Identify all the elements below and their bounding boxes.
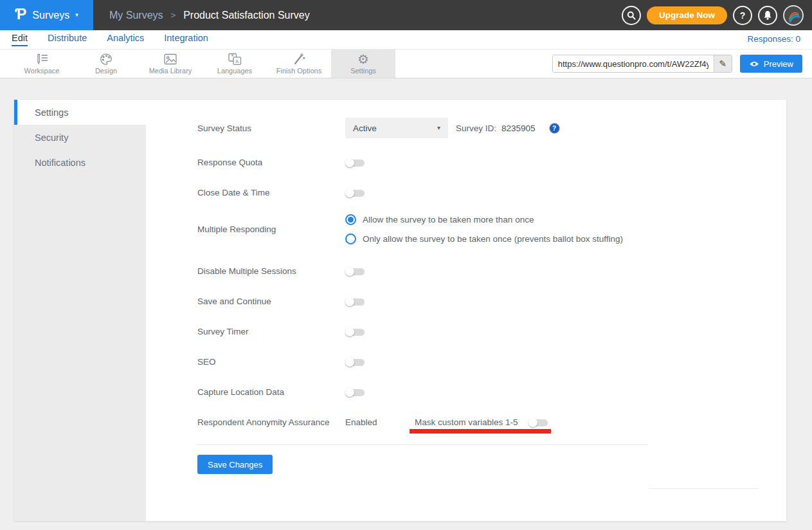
magic-wand-icon [293, 53, 305, 66]
tab-label: Settings [350, 67, 376, 75]
radio-selected-icon [345, 214, 356, 225]
form-divider [197, 444, 648, 445]
tab-settings[interactable]: ⚙ Settings [331, 50, 395, 78]
search-button[interactable] [622, 6, 641, 25]
radio-option-once[interactable]: Only allow the survey to be taken once (… [345, 233, 623, 244]
survey-nav-tabs: Edit Distribute Analytics Integration [12, 33, 208, 46]
svg-text:A: A [235, 59, 239, 64]
questionpro-logo-icon: Ƥ [15, 7, 26, 22]
breadcrumb-survey-title: Product Satisfaction Survey [183, 10, 310, 21]
edit-url-button[interactable]: ✎ [714, 55, 732, 72]
radio-option-label: Allow the survey to be taken more than o… [363, 215, 534, 224]
breadcrumb: My Surveys > Product Satisfaction Survey [109, 10, 310, 21]
tab-distribute[interactable]: Distribute [48, 33, 87, 46]
survey-status-select[interactable]: Active ▾ [345, 118, 448, 138]
help-icon[interactable]: ? [550, 123, 559, 133]
translate-icon: *A [228, 53, 242, 66]
tab-analytics[interactable]: Analytics [107, 33, 144, 46]
survey-status-value: Active [353, 123, 377, 133]
settings-sidebar: Settings Security Notifications [14, 100, 146, 521]
settings-form: Survey Status Active ▾ Survey ID: 823590… [146, 100, 786, 521]
save-continue-toggle[interactable] [345, 297, 365, 306]
topbar: Ƥ Surveys ▾ My Surveys > Product Satisfa… [0, 0, 812, 30]
anonymity-label: Respondent Anonymity Assurance [197, 417, 345, 427]
workspace-icon [35, 53, 49, 66]
mask-variables-toggle[interactable] [528, 418, 548, 427]
response-quota-toggle[interactable] [345, 158, 365, 167]
sidebar-item-security[interactable]: Security [14, 125, 146, 150]
help-button[interactable]: ? [733, 6, 752, 25]
close-date-row: Close Date & Time [197, 188, 786, 197]
question-mark-icon: ? [740, 10, 746, 21]
disable-sessions-label: Disable Multiple Sessions [197, 266, 345, 276]
search-icon [627, 11, 636, 20]
tab-label: Media Library [149, 67, 192, 75]
survey-id-value: 8235905 [501, 123, 536, 133]
topbar-actions: Upgrade Now ? [622, 5, 812, 26]
user-avatar[interactable] [783, 5, 804, 26]
chevron-down-icon: ▾ [437, 125, 440, 131]
tab-workspace[interactable]: Workspace [10, 50, 74, 78]
save-changes-button[interactable]: Save Changes [197, 455, 273, 474]
close-date-toggle[interactable] [345, 188, 365, 197]
survey-url-group: ✎ [552, 55, 732, 73]
survey-status-label: Survey Status [197, 123, 345, 133]
notifications-button[interactable] [758, 6, 777, 25]
tab-integration[interactable]: Integration [164, 33, 208, 46]
edit-toolbar: Workspace Design Media Library *A Langua… [0, 50, 812, 78]
breadcrumb-my-surveys[interactable]: My Surveys [109, 10, 163, 21]
close-date-label: Close Date & Time [197, 188, 345, 197]
tab-label: Workspace [24, 67, 60, 75]
sidebar-item-settings[interactable]: Settings [14, 100, 146, 125]
eye-icon [749, 60, 759, 68]
tab-label: Finish Options [276, 67, 321, 75]
gear-icon: ⚙ [357, 53, 369, 66]
capture-location-label: Capture Location Data [197, 387, 345, 397]
image-icon [163, 53, 177, 66]
disable-sessions-row: Disable Multiple Sessions [197, 266, 786, 276]
upgrade-now-button[interactable]: Upgrade Now [647, 6, 727, 24]
mask-variables-label: Mask custom variables 1-5 [415, 417, 528, 427]
save-continue-label: Save and Continue [197, 297, 345, 306]
seo-label: SEO [197, 357, 345, 367]
survey-nav: Edit Distribute Analytics Integration Re… [0, 30, 812, 50]
anonymity-status: Enabled [345, 417, 415, 427]
tab-design[interactable]: Design [74, 50, 138, 78]
secondary-divider [649, 488, 759, 489]
breadcrumb-separator-icon: > [171, 10, 176, 20]
avatar-logo-icon [784, 6, 802, 24]
preview-button[interactable]: Preview [740, 55, 802, 73]
capture-location-toggle[interactable] [345, 388, 365, 397]
multiple-responding-label: Multiple Responding [197, 224, 345, 234]
survey-url-input[interactable] [553, 55, 714, 72]
bell-icon [763, 10, 772, 20]
tab-label: Languages [217, 67, 252, 75]
pencil-icon: ✎ [719, 59, 726, 69]
settings-card: Settings Security Notifications Survey S… [14, 100, 786, 521]
radio-option-multiple[interactable]: Allow the survey to be taken more than o… [345, 214, 623, 225]
radio-option-label: Only allow the survey to be taken once (… [363, 234, 623, 244]
tab-finish-options[interactable]: Finish Options [267, 50, 331, 78]
response-quota-label: Response Quota [197, 158, 345, 167]
response-quota-row: Response Quota [197, 158, 786, 167]
palette-icon [100, 53, 113, 66]
survey-status-row: Survey Status Active ▾ Survey ID: 823590… [197, 118, 786, 138]
tab-edit[interactable]: Edit [12, 33, 28, 46]
survey-timer-toggle[interactable] [345, 327, 365, 336]
sidebar-item-notifications[interactable]: Notifications [14, 150, 146, 175]
red-annotation-underline [410, 429, 551, 434]
tab-languages[interactable]: *A Languages [203, 50, 267, 78]
survey-timer-label: Survey Timer [197, 327, 345, 336]
responses-count[interactable]: Responses: 0 [747, 33, 800, 44]
multiple-responding-row: Multiple Responding Allow the survey to … [197, 214, 786, 244]
app-logo-menu[interactable]: Ƥ Surveys ▾ [0, 0, 93, 30]
survey-timer-row: Survey Timer [197, 327, 786, 336]
multiple-responding-options: Allow the survey to be taken more than o… [345, 214, 623, 244]
toolbar-right: ✎ Preview [552, 50, 812, 78]
tab-media-library[interactable]: Media Library [138, 50, 203, 78]
chevron-down-icon: ▾ [75, 12, 78, 18]
disable-sessions-toggle[interactable] [345, 267, 365, 276]
product-name: Surveys [32, 10, 69, 21]
seo-row: SEO [197, 357, 786, 367]
seo-toggle[interactable] [345, 358, 365, 367]
